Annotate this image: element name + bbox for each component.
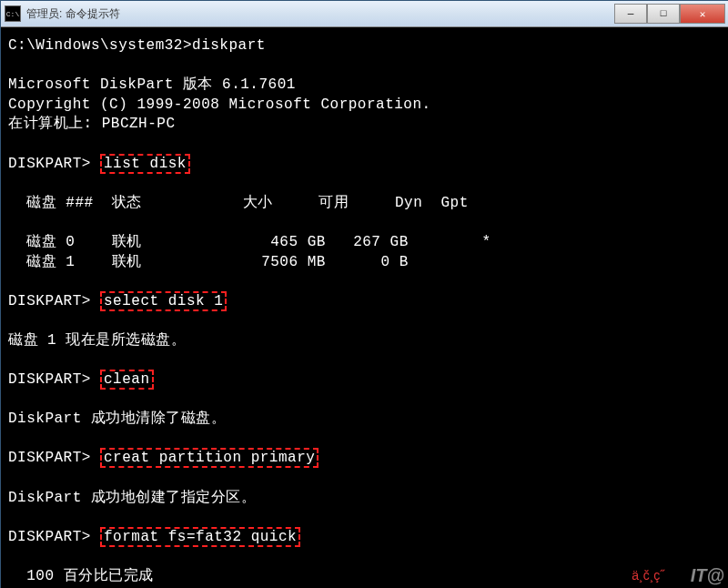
msg-clean: DiskPart 成功地清除了磁盘。: [8, 411, 226, 427]
watermark-logo: IT@: [691, 565, 724, 586]
hostname-line: 在计算机上: PBCZH-PC: [8, 116, 176, 132]
minimize-button[interactable]: —: [614, 4, 647, 24]
window-controls: — □ ✕: [614, 4, 725, 24]
cmd-format: format fs=fat32 quick: [100, 527, 300, 547]
close-button[interactable]: ✕: [680, 4, 725, 24]
cmd-create-partition: creat partition primary: [100, 448, 318, 468]
diskpart-prompt: DISKPART>: [8, 156, 100, 172]
diskpart-prompt: DISKPART>: [8, 529, 100, 545]
app-icon: C:\: [5, 5, 21, 22]
disk-table-header: 磁盘 ### 状态 大小 可用 Dyn Gpt: [8, 195, 469, 211]
progress-line: 100 百分比已完成: [8, 568, 154, 584]
copyright-line: Copyright (C) 1999-2008 Microsoft Corpor…: [8, 96, 431, 113]
diskpart-prompt: DISKPART>: [8, 371, 100, 388]
cmd-window: C:\ 管理员: 命令提示符 — □ ✕ C:\Windows\system32…: [0, 0, 728, 588]
disk-row-0: 磁盘 0 联机 465 GB 267 GB *: [8, 234, 491, 250]
terminal-output: C:\Windows\system32>diskpart Microsoft D…: [1, 27, 728, 588]
window-title: 管理员: 命令提示符: [26, 6, 614, 22]
version-line: Microsoft DiskPart 版本 6.1.7601: [8, 76, 296, 93]
disk-row-1: 磁盘 1 联机 7506 MB 0 B: [8, 254, 409, 270]
cmd-clean: clean: [100, 370, 154, 390]
watermark-text: ä¸č¸ç˝: [632, 568, 664, 583]
cmd-list-disk: list disk: [100, 154, 190, 174]
diskpart-prompt: DISKPART>: [8, 293, 100, 309]
msg-partition: DiskPart 成功地创建了指定分区。: [8, 490, 256, 506]
prompt-line: C:\Windows\system32>diskpart: [8, 37, 266, 54]
maximize-button[interactable]: □: [647, 4, 680, 24]
msg-select: 磁盘 1 现在是所选磁盘。: [8, 332, 186, 349]
cmd-select-disk: select disk 1: [100, 291, 227, 311]
diskpart-prompt: DISKPART>: [8, 450, 100, 466]
titlebar[interactable]: C:\ 管理员: 命令提示符 — □ ✕: [1, 1, 728, 27]
